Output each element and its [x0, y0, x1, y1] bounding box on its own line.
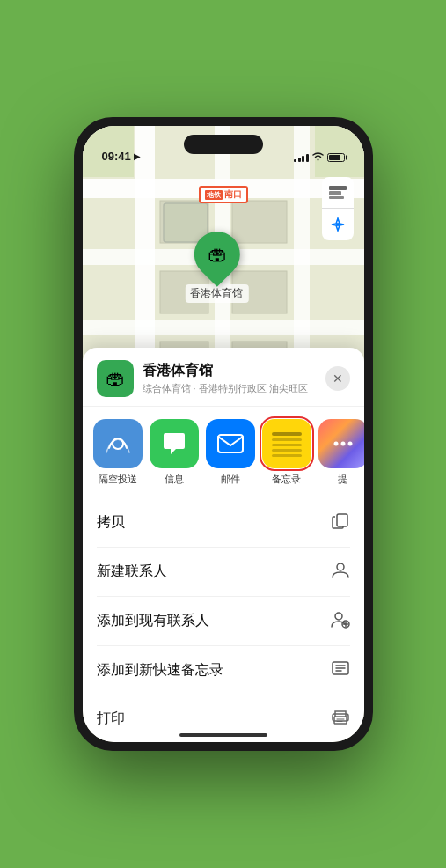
status-icons — [294, 152, 345, 163]
messages-icon — [150, 419, 199, 468]
venue-subtitle: 综合体育馆 · 香港特别行政区 油尖旺区 — [143, 382, 317, 395]
print-label: 打印 — [97, 710, 125, 728]
quick-note-label: 添加到新快速备忘录 — [97, 661, 223, 680]
map-type-button[interactable] — [322, 177, 354, 209]
copy-icon — [331, 511, 350, 534]
svg-rect-18 — [329, 191, 341, 195]
phone-frame: 09:41 ▶ — [74, 117, 373, 751]
svg-rect-36 — [334, 717, 347, 724]
venue-name: 香港体育馆 — [143, 362, 317, 380]
quick-note-icon — [331, 658, 350, 682]
phone-screen: 09:41 ▶ — [83, 126, 364, 742]
print-icon — [331, 708, 350, 730]
venue-icon: 🏟 — [97, 360, 134, 397]
bottom-sheet: 🏟 香港体育馆 综合体育馆 · 香港特别行政区 油尖旺区 ✕ — [83, 348, 364, 742]
svg-rect-17 — [329, 186, 347, 190]
signal-bar-1 — [294, 159, 296, 162]
action-list: 拷贝 新建联系人 — [83, 498, 364, 742]
more-icon — [318, 419, 364, 468]
svg-point-27 — [337, 563, 344, 570]
status-time: 09:41 — [102, 150, 131, 163]
navigation-icon: ▶ — [134, 151, 141, 161]
pin-icon: 🏟 — [185, 222, 250, 287]
pin-emoji: 🏟 — [207, 243, 226, 266]
airdrop-label: 隔空投送 — [99, 473, 137, 486]
notes-label: 备忘录 — [272, 473, 301, 486]
map-controls — [322, 177, 354, 240]
notes-icon — [262, 419, 311, 468]
add-existing-label: 添加到现有联系人 — [97, 612, 209, 630]
share-airdrop[interactable]: 隔空投送 — [93, 419, 143, 486]
share-more[interactable]: 提 — [318, 419, 364, 486]
close-button[interactable]: ✕ — [325, 366, 350, 391]
close-icon: ✕ — [333, 371, 343, 386]
copy-label: 拷贝 — [97, 513, 125, 532]
venue-info: 香港体育馆 综合体育馆 · 香港特别行政区 油尖旺区 — [143, 362, 317, 395]
svg-point-23 — [333, 442, 338, 446]
action-copy[interactable]: 拷贝 — [97, 498, 350, 548]
metro-station-name: 南口 — [224, 188, 242, 201]
metro-icon: 地铁 — [205, 190, 223, 200]
svg-rect-19 — [329, 196, 344, 199]
action-quick-note[interactable]: 添加到新快速备忘录 — [97, 646, 350, 695]
svg-point-24 — [340, 442, 345, 446]
svg-rect-22 — [218, 435, 243, 452]
mail-label: 邮件 — [221, 473, 240, 486]
share-messages[interactable]: 信息 — [150, 419, 199, 486]
location-button[interactable] — [322, 209, 354, 240]
action-new-contact[interactable]: 新建联系人 — [97, 548, 350, 597]
svg-rect-26 — [337, 514, 347, 526]
new-contact-label: 新建联系人 — [97, 563, 167, 581]
action-add-existing[interactable]: 添加到现有联系人 — [97, 597, 350, 646]
sheet-header: 🏟 香港体育馆 综合体育馆 · 香港特别行政区 油尖旺区 ✕ — [83, 348, 364, 407]
signal-bar-2 — [298, 158, 301, 162]
new-contact-icon — [331, 560, 350, 584]
signal-bars — [294, 153, 309, 162]
battery-fill — [329, 155, 341, 160]
share-row: 隔空投送 信息 — [83, 407, 364, 498]
dynamic-island — [184, 135, 263, 154]
mail-icon — [206, 419, 255, 468]
signal-bar-4 — [306, 154, 309, 162]
signal-bar-3 — [302, 156, 304, 162]
battery-icon — [327, 153, 345, 162]
share-notes[interactable]: 备忘录 — [262, 419, 311, 486]
metro-label: 地铁 南口 — [199, 186, 248, 203]
share-mail[interactable]: 邮件 — [206, 419, 255, 486]
add-existing-icon — [331, 609, 350, 633]
airdrop-icon — [93, 419, 143, 468]
home-indicator — [179, 733, 267, 737]
svg-point-20 — [336, 223, 340, 226]
svg-point-25 — [347, 442, 352, 446]
more-label: 提 — [338, 473, 347, 486]
svg-point-28 — [335, 613, 342, 620]
wifi-icon — [312, 152, 324, 163]
location-pin: 🏟 香港体育馆 — [185, 232, 248, 303]
messages-label: 信息 — [165, 473, 184, 486]
